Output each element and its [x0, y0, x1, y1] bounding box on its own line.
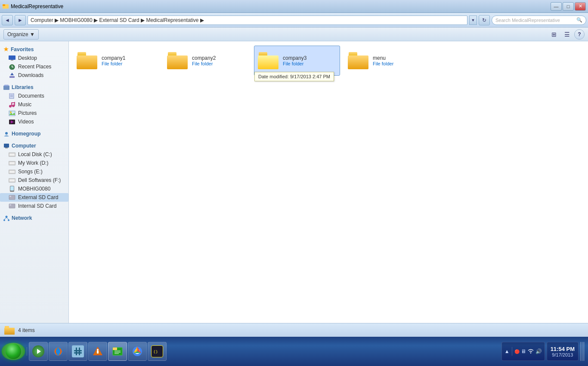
svg-point-20 [10, 111, 12, 113]
folder-item-company1[interactable]: company1 File folder [73, 46, 159, 76]
drive-c-icon [9, 152, 15, 157]
sidebar-label-desktop: Desktop [18, 55, 37, 61]
show-desktop-button[interactable] [580, 342, 585, 361]
title-bar-left: MedicalRepresentative [2, 3, 63, 10]
computer-section: Computer Local Disk (C:) My Work (D:) So… [0, 141, 68, 210]
network-header[interactable]: Network [0, 214, 68, 222]
sidebar-item-dell-softwares[interactable]: Dell Softwares (F:) [0, 176, 68, 185]
sidebar-label-dell-f: Dell Softwares (F:) [18, 177, 61, 183]
phone-device-icon [9, 186, 15, 192]
folder-info-company1: company1 File folder [102, 55, 156, 66]
refresh-button[interactable]: ↻ [479, 15, 490, 25]
wifi-icon[interactable] [527, 348, 534, 355]
svg-rect-3 [11, 60, 13, 61]
folder-icon-company1 [77, 52, 97, 69]
sidebar-item-external-sd[interactable]: External SD Card [0, 193, 68, 202]
favorites-label: Favorites [11, 46, 34, 52]
address-dropdown-button[interactable]: ▼ [469, 15, 477, 25]
svg-point-42 [6, 215, 8, 218]
taskbar-separator-1 [27, 347, 27, 356]
sidebar-item-songs-e[interactable]: Songs (E:) [0, 167, 68, 176]
favorites-header[interactable]: ★ Favorites [0, 45, 68, 54]
homegroup-header[interactable]: Homegroup [0, 129, 68, 138]
external-sd-icon [9, 195, 15, 200]
sidebar-item-downloads[interactable]: Downloads [0, 71, 68, 80]
homegroup-icon [3, 131, 9, 137]
taskbar-tools[interactable] [68, 342, 87, 361]
svg-point-44 [8, 219, 9, 221]
sidebar-item-pictures[interactable]: Pictures [0, 109, 68, 117]
taskbar-wmp[interactable] [29, 342, 48, 361]
taskbar-chrome[interactable] [128, 342, 147, 361]
music-icon [9, 102, 15, 108]
window-icon [2, 3, 9, 10]
view-options-button[interactable]: ⊞ [548, 29, 560, 40]
search-placeholder: Search MedicalRepresentative [495, 18, 560, 23]
taskbar-json[interactable]: {} [148, 342, 167, 361]
status-items-count: 4 items [18, 327, 35, 333]
maximize-button[interactable]: □ [563, 2, 574, 11]
folder-icon-company3 [258, 52, 279, 69]
taskbar-firefox[interactable] [49, 342, 68, 361]
taskbar-vlc[interactable] [88, 342, 107, 361]
star-icon: ★ [3, 46, 9, 52]
svg-rect-55 [97, 351, 99, 354]
clock-area[interactable]: 11:54 PM 9/17/2013 [547, 342, 579, 361]
sidebar-item-desktop[interactable]: Desktop [0, 54, 68, 62]
organize-button[interactable]: Organize ▼ [3, 29, 39, 40]
tray-icon-1[interactable]: 🔴 [514, 349, 520, 354]
taskbar: {} ▲ 🔴 🖥 🔊 11:54 PM 9/17/2013 [0, 337, 588, 366]
minimize-button[interactable]: — [551, 2, 562, 11]
sidebar-label-local-c: Local Disk (C:) [18, 151, 52, 157]
svg-rect-39 [9, 196, 11, 197]
folder-item-menu[interactable]: menu File folder [344, 46, 430, 76]
folder-grid: company1 File folder company2 File folde… [73, 46, 584, 76]
sidebar-item-my-work-d[interactable]: My Work (D:) [0, 159, 68, 167]
sidebar-item-recent-places[interactable]: Recent Places [0, 62, 68, 71]
svg-line-45 [4, 218, 6, 219]
libraries-label: Libraries [12, 84, 34, 90]
folder-item-company3[interactable]: company3 File folder Date modified: 9/17… [254, 46, 340, 76]
homegroup-label: Homegroup [12, 131, 40, 137]
start-button[interactable] [2, 343, 25, 360]
libraries-header-icon [3, 85, 9, 90]
sidebar-item-videos[interactable]: Videos [0, 117, 68, 126]
svg-point-37 [12, 191, 12, 192]
libraries-header[interactable]: Libraries [0, 83, 68, 92]
tray-icon-2[interactable]: 🖥 [521, 348, 526, 354]
taskbar-filemanager[interactable] [108, 342, 127, 361]
search-icon[interactable]: 🔍 [576, 17, 582, 23]
sidebar-item-internal-sd[interactable]: Internal SD Card [0, 202, 68, 210]
help-button[interactable]: ? [574, 29, 585, 40]
back-button[interactable]: ◄ [2, 15, 13, 25]
close-button[interactable]: ✕ [575, 2, 586, 11]
sidebar-label-songs-e: Songs (E:) [18, 169, 43, 175]
search-box[interactable]: Search MedicalRepresentative 🔍 [492, 15, 586, 25]
status-folder-icon [4, 326, 15, 335]
volume-icon[interactable]: 🔊 [535, 348, 542, 354]
pictures-icon [9, 111, 15, 116]
sidebar-item-documents[interactable]: Documents [0, 92, 68, 100]
folder-item-company2[interactable]: company2 File folder [164, 46, 250, 76]
computer-header[interactable]: Computer [0, 141, 68, 150]
folder-name-menu: menu [373, 55, 427, 61]
wmp-icon [32, 345, 44, 357]
view-toggle-button[interactable]: ☰ [561, 29, 573, 40]
sidebar-label-mobhig: MOBHIG0080 [18, 186, 50, 192]
sidebar-item-mobhig0080[interactable]: MOBHIG0080 [0, 185, 68, 193]
sidebar-label-external-sd: External SD Card [18, 194, 58, 200]
chrome-icon [131, 345, 143, 357]
network-section: Network [0, 214, 68, 222]
svg-text:{}: {} [153, 350, 158, 354]
vlc-icon [92, 345, 104, 357]
sidebar-label-pictures: Pictures [18, 110, 37, 116]
address-path[interactable]: Computer ▶ MOBHIG0080 ▶ External SD Card… [28, 15, 467, 25]
forward-button[interactable]: ► [15, 15, 26, 25]
sidebar-item-local-disk-c[interactable]: Local Disk (C:) [0, 150, 68, 159]
folder-info-company3: company3 File folder [283, 55, 336, 66]
homegroup-section: Homegroup [0, 129, 68, 138]
sidebar-label-my-work-d: My Work (D:) [18, 160, 48, 166]
tray-up-arrow[interactable]: ▲ [504, 348, 510, 354]
sidebar-item-music[interactable]: Music [0, 100, 68, 109]
clock-time: 11:54 PM [551, 346, 575, 352]
